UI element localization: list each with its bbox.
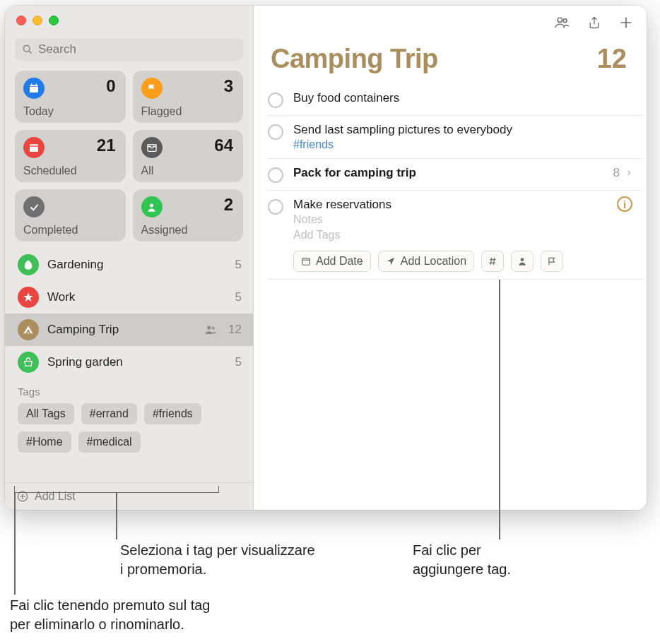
tag-home[interactable]: #Home: [18, 431, 71, 453]
complete-toggle[interactable]: [268, 199, 283, 215]
list-camping-trip[interactable]: Camping Trip 12: [5, 314, 253, 346]
tag-all-tags[interactable]: All Tags: [18, 403, 74, 424]
person-icon: [517, 256, 527, 266]
add-tags-placeholder[interactable]: Add Tags: [293, 227, 638, 243]
plus-icon: [618, 15, 634, 30]
fullscreen-window-button[interactable]: [49, 16, 59, 25]
reminder-item[interactable]: Pack for camping trip 8: [268, 159, 642, 191]
list-count: 5: [235, 290, 242, 304]
smart-list-count: 0: [106, 76, 115, 96]
reminder-title[interactable]: Make reservations: [293, 198, 638, 212]
smart-list-label: All: [141, 165, 154, 177]
smart-list-label: Completed: [23, 224, 78, 237]
share-people-button[interactable]: [553, 15, 570, 30]
checkmark-icon: [23, 196, 45, 217]
window-controls: [5, 6, 253, 25]
shared-icon: [204, 323, 217, 336]
search-input[interactable]: [38, 42, 236, 56]
callout-line: [116, 493, 117, 539]
search-field[interactable]: [15, 38, 243, 61]
flag-icon: [547, 256, 557, 266]
svg-point-8: [150, 203, 153, 207]
people-icon: [553, 15, 570, 30]
callout-tag-select: Seleziona i tag per visualizzare i prome…: [120, 541, 315, 579]
reminder-item[interactable]: Send last sampling pictures to everybody…: [268, 116, 642, 159]
chevron-right-icon: [625, 168, 632, 178]
smart-list-assigned[interactable]: 2 Assigned: [133, 189, 244, 242]
svg-line-23: [493, 258, 495, 266]
reminder-item-editing[interactable]: Make reservations Notes Add Tags Add Dat…: [268, 191, 642, 280]
info-button[interactable]: i: [617, 196, 632, 212]
smart-list-count: 2: [224, 195, 233, 215]
add-date-chip[interactable]: Add Date: [293, 251, 371, 272]
list-count: 12: [228, 323, 242, 337]
callout-tag-add: Fai clic per aggiungere tag.: [413, 541, 511, 579]
add-location-chip[interactable]: Add Location: [378, 251, 474, 272]
svg-point-24: [521, 258, 524, 261]
add-tag-chip[interactable]: [481, 251, 504, 272]
flag-icon: [141, 78, 163, 99]
list-title: Camping Trip: [271, 44, 438, 74]
svg-point-15: [563, 19, 567, 23]
smart-list-completed[interactable]: Completed: [15, 189, 126, 242]
subtasks-indicator[interactable]: 8: [613, 166, 632, 180]
tags-section: Tags All Tags #errand #friends #Home #me…: [5, 378, 253, 453]
smart-lists-grid: 0 Today 3 Flagged 21 Scheduled: [5, 61, 253, 244]
tray-icon: [141, 137, 163, 158]
tent-icon: [18, 319, 39, 340]
main-pane: Camping Trip 12 Buy food containers Send…: [254, 6, 647, 510]
svg-rect-3: [31, 83, 32, 85]
smart-list-count: 21: [97, 136, 116, 155]
list-spring-garden[interactable]: Spring garden 5: [5, 346, 253, 378]
callout-bracket-tags: [14, 486, 219, 493]
minimize-window-button[interactable]: [33, 16, 42, 25]
reminder-tag[interactable]: #friends: [293, 138, 638, 151]
subtask-count: 8: [613, 166, 620, 180]
reminders-list: Buy food containers Send last sampling p…: [254, 84, 647, 280]
complete-toggle[interactable]: [268, 167, 283, 183]
svg-point-0: [23, 45, 30, 52]
smart-list-today[interactable]: 0 Today: [15, 71, 126, 123]
complete-toggle[interactable]: [268, 124, 283, 140]
add-reminder-button[interactable]: [618, 15, 634, 30]
callout-line: [14, 493, 16, 595]
assign-chip[interactable]: [511, 251, 534, 272]
smart-list-count: 64: [214, 136, 233, 155]
list-work[interactable]: Work 5: [5, 281, 253, 314]
list-header: Camping Trip 12: [254, 40, 647, 84]
reminder-title: Buy food containers: [293, 91, 638, 105]
complete-toggle[interactable]: [268, 93, 283, 108]
reminder-title: Pack for camping trip: [293, 166, 638, 180]
tag-medical[interactable]: #medical: [78, 431, 141, 453]
close-window-button[interactable]: [16, 16, 26, 25]
share-button[interactable]: [587, 15, 601, 30]
list-name: Camping Trip: [47, 323, 196, 337]
toolbar: [254, 6, 647, 40]
tags-list: All Tags #errand #friends #Home #medical: [18, 403, 240, 453]
basket-icon: [18, 352, 39, 373]
reminder-item[interactable]: Buy food containers: [268, 84, 642, 116]
tag-errand[interactable]: #errand: [81, 403, 137, 424]
smart-list-label: Assigned: [141, 224, 188, 237]
tag-friends[interactable]: #friends: [144, 403, 201, 424]
list-name: Work: [47, 290, 227, 304]
list-total-count: 12: [597, 44, 627, 74]
notes-placeholder[interactable]: Notes: [293, 212, 638, 227]
star-icon: [18, 287, 39, 308]
list-count: 5: [235, 258, 242, 272]
tags-heading: Tags: [18, 386, 240, 398]
svg-point-14: [558, 18, 562, 22]
svg-rect-4: [36, 83, 37, 85]
chip-label: Add Date: [316, 255, 363, 268]
chip-label: Add Location: [401, 255, 466, 268]
flag-chip[interactable]: [541, 251, 563, 272]
svg-line-22: [490, 258, 492, 266]
smart-list-scheduled[interactable]: 21 Scheduled: [15, 130, 126, 182]
smart-list-flagged[interactable]: 3 Flagged: [133, 71, 244, 123]
list-gardening[interactable]: Gardening 5: [5, 249, 253, 281]
smart-list-all[interactable]: 64 All: [133, 130, 244, 182]
calendar-icon: [301, 256, 311, 266]
reminder-title: Send last sampling pictures to everybody: [293, 123, 638, 137]
callout-line: [499, 280, 500, 539]
svg-rect-5: [30, 86, 38, 87]
